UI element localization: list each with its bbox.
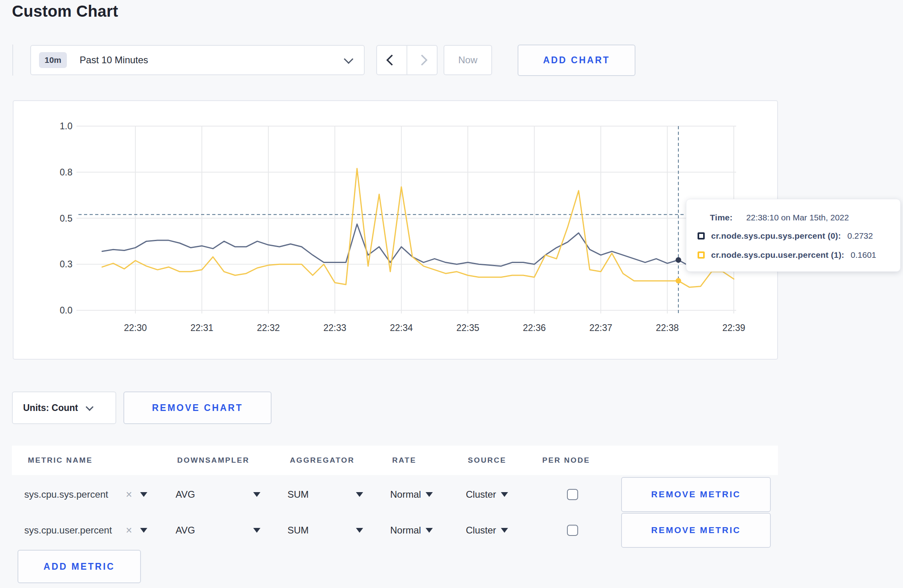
caret-down-icon xyxy=(140,492,147,497)
per-node-checkbox[interactable] xyxy=(567,525,578,536)
svg-text:22:37: 22:37 xyxy=(589,323,612,333)
remove-metric-button[interactable]: REMOVE METRIC xyxy=(621,477,771,512)
toolbar-divider xyxy=(12,45,13,76)
chevron-down-icon xyxy=(86,403,94,411)
header-aggregator: AGGREGATOR xyxy=(290,456,355,465)
downsampler-select[interactable]: AVG xyxy=(176,525,195,536)
caret-down-icon xyxy=(253,528,260,533)
header-rate: RATE xyxy=(392,456,416,465)
chevron-right-icon xyxy=(416,55,428,66)
svg-text:22:39: 22:39 xyxy=(722,323,745,333)
now-button[interactable]: Now xyxy=(444,45,492,75)
source-select[interactable]: Cluster xyxy=(466,489,508,500)
next-time-button[interactable] xyxy=(407,46,437,74)
tooltip-series-value: 0.2732 xyxy=(847,231,873,241)
chart-card: 0.00.30.50.81.022:3022:3122:3222:3322:34… xyxy=(13,100,778,360)
svg-text:1.0: 1.0 xyxy=(60,121,72,131)
source-select[interactable]: Cluster xyxy=(466,525,508,536)
svg-text:22:32: 22:32 xyxy=(257,323,280,333)
chart-plot[interactable]: 0.00.30.50.81.022:3022:3122:3222:3322:34… xyxy=(14,101,779,360)
tooltip-series-name: cr.node.sys.cpu.user.percent (1): xyxy=(711,250,844,260)
series-sys-swatch-icon xyxy=(698,232,705,239)
time-pager xyxy=(376,45,438,75)
time-window-badge: 10m xyxy=(39,52,67,68)
rate-value: Normal xyxy=(390,525,421,536)
caret-down-icon xyxy=(356,492,363,497)
svg-text:22:34: 22:34 xyxy=(390,323,413,333)
caret-down-icon xyxy=(501,492,508,497)
svg-text:0.0: 0.0 xyxy=(60,305,72,315)
remove-chart-button[interactable]: REMOVE CHART xyxy=(123,391,272,424)
page-title: Custom Chart xyxy=(12,2,118,20)
source-value: Cluster xyxy=(466,489,496,500)
add-chart-button[interactable]: ADD CHART xyxy=(518,45,635,76)
aggregator-select[interactable]: SUM xyxy=(287,489,309,500)
svg-text:22:33: 22:33 xyxy=(323,323,346,333)
metric-name-select[interactable]: sys.cpu.sys.percent xyxy=(24,489,108,500)
close-icon[interactable]: × xyxy=(126,489,132,501)
svg-text:22:35: 22:35 xyxy=(456,323,479,333)
tooltip-series-row: cr.node.sys.cpu.sys.percent (0): 0.2732 xyxy=(698,226,900,245)
rate-select[interactable]: Normal xyxy=(390,525,433,536)
tooltip-time-label: Time: xyxy=(710,213,733,222)
caret-down-icon xyxy=(501,528,508,533)
rate-value: Normal xyxy=(390,489,421,500)
metric-name-select[interactable]: sys.cpu.user.percent xyxy=(24,525,112,536)
tooltip-series-value: 0.1601 xyxy=(851,250,876,260)
remove-metric-button[interactable]: REMOVE METRIC xyxy=(621,513,771,548)
per-node-checkbox[interactable] xyxy=(567,489,578,500)
chevron-down-icon xyxy=(344,54,353,64)
tooltip-series-row: cr.node.sys.cpu.user.percent (1): 0.1601 xyxy=(698,245,900,265)
metric-name-value: sys.cpu.sys.percent xyxy=(24,489,108,500)
chevron-left-icon xyxy=(386,55,397,66)
svg-text:0.3: 0.3 xyxy=(60,259,72,269)
units-select[interactable]: Units: Count xyxy=(12,391,116,424)
header-metric-name: METRIC NAME xyxy=(28,456,93,465)
caret-down-icon xyxy=(140,528,147,533)
tooltip-time-value: 22:38:10 on Mar 15th, 2022 xyxy=(746,213,849,222)
close-icon[interactable]: × xyxy=(126,524,132,537)
add-metric-button[interactable]: ADD METRIC xyxy=(18,550,141,583)
aggregator-select[interactable]: SUM xyxy=(287,525,309,536)
header-per-node: PER NODE xyxy=(542,456,590,465)
tooltip-time-row: Time: 22:38:10 on Mar 15th, 2022 xyxy=(710,209,900,226)
caret-down-icon xyxy=(426,528,433,533)
svg-text:22:30: 22:30 xyxy=(124,323,147,333)
svg-text:22:36: 22:36 xyxy=(523,323,546,333)
downsampler-select[interactable]: AVG xyxy=(176,489,195,500)
time-window-label: Past 10 Minutes xyxy=(80,55,148,66)
metric-name-value: sys.cpu.user.percent xyxy=(24,525,112,536)
caret-down-icon xyxy=(426,492,433,497)
time-window-select[interactable]: 10m Past 10 Minutes xyxy=(30,45,365,75)
chart-tooltip: Time: 22:38:10 on Mar 15th, 2022 cr.node… xyxy=(686,199,901,272)
table-row: sys.cpu.sys.percent × AVG SUM Normal Clu… xyxy=(12,477,778,512)
svg-text:22:38: 22:38 xyxy=(656,323,679,333)
rate-select[interactable]: Normal xyxy=(390,489,433,500)
svg-text:22:31: 22:31 xyxy=(190,323,213,333)
prev-time-button[interactable] xyxy=(377,46,407,74)
metrics-table-header: METRIC NAME DOWNSAMPLER AGGREGATOR RATE … xyxy=(12,446,778,475)
table-row: sys.cpu.user.percent × AVG SUM Normal Cl… xyxy=(12,512,778,548)
header-source: SOURCE xyxy=(468,456,506,465)
caret-down-icon xyxy=(253,492,260,497)
header-downsampler: DOWNSAMPLER xyxy=(177,456,250,465)
series-user-swatch-icon xyxy=(698,251,705,259)
svg-text:0.8: 0.8 xyxy=(60,167,72,177)
source-value: Cluster xyxy=(466,525,496,536)
caret-down-icon xyxy=(356,528,363,533)
svg-text:0.5: 0.5 xyxy=(60,213,72,224)
tooltip-series-name: cr.node.sys.cpu.sys.percent (0): xyxy=(711,231,841,241)
units-label: Units: Count xyxy=(23,403,78,413)
